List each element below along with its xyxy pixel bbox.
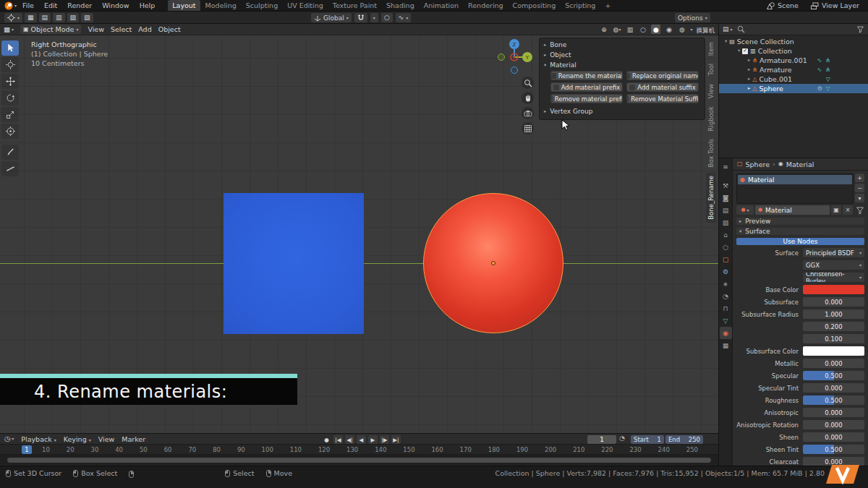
breadcrumb-object[interactable]: Sphere [746, 160, 770, 168]
xray-toggle[interactable]: ▥ [625, 25, 634, 34]
fake-user-button[interactable]: ▣ [831, 205, 841, 215]
section-bone[interactable]: ▸Bone [544, 40, 700, 50]
sheen-field[interactable]: 0.000 [803, 432, 864, 442]
workspace-tab-modeling[interactable]: Modeling [201, 0, 241, 11]
workspace-tab-compositing[interactable]: Compositing [509, 0, 561, 11]
start-frame-field[interactable]: Start1 [631, 435, 664, 444]
mode-dropdown[interactable]: ▣ Object Mode ▾ [20, 25, 81, 34]
surface-section-header[interactable]: ▾ Surface [736, 228, 864, 235]
subsurface-radius-x-field[interactable]: 1.000 [803, 309, 864, 319]
metallic-field[interactable]: 0.000 [803, 359, 864, 368]
anisotropic-field[interactable]: 0.000 [803, 408, 864, 417]
tool-rotate[interactable] [1, 90, 19, 106]
select-mode-icon-1[interactable]: ▦ [25, 13, 37, 22]
npanel-tab-item[interactable]: Item [706, 39, 716, 59]
preview-range-icon[interactable]: ◔ [619, 435, 625, 442]
workspace-tab-rendering[interactable]: Rendering [464, 0, 508, 11]
tool-select-box[interactable] [1, 40, 19, 56]
properties-editor-icon[interactable]: ≡ [720, 160, 732, 173]
armature-data-icon[interactable]: ⋔ [825, 67, 830, 73]
timeline-ruler[interactable]: 1 10203040506070809010011012013014015016… [0, 445, 718, 455]
roughness-field[interactable]: 0.500 [803, 395, 864, 405]
base-color-swatch[interactable] [803, 285, 864, 294]
play-reverse-button[interactable]: ◀ [357, 435, 366, 444]
use-nodes-button[interactable]: Use Nodes [736, 238, 864, 245]
tab-object-data[interactable]: ▽ [720, 314, 732, 327]
tab-view-layer[interactable]: ▧ [720, 216, 732, 228]
tool-scale[interactable] [1, 107, 19, 122]
shading-material-button[interactable]: ◉ [664, 25, 673, 34]
pose-icon[interactable]: ∿ [817, 57, 822, 64]
ortho-grid-icon[interactable] [522, 122, 534, 134]
section-object[interactable]: ▸Object [544, 50, 700, 60]
remove-material-suffix-button[interactable]: Remove Material Suffix [626, 94, 699, 103]
options-dropdown[interactable]: Options ▾ [675, 13, 710, 22]
material-slot-list[interactable]: ● Material [736, 174, 854, 204]
workspace-tab-animation[interactable]: Animation [420, 0, 463, 11]
preview-section-header[interactable]: ▸ Preview [736, 218, 864, 225]
auto-key-button[interactable]: ● [322, 435, 331, 444]
next-keyframe-button[interactable]: |▶ [380, 435, 389, 444]
collapse-icon[interactable]: ▾ [725, 39, 727, 44]
tab-world[interactable]: ○ [720, 241, 732, 253]
section-vertex-group[interactable]: ▸Vertex Group [544, 106, 700, 116]
viewport-3d[interactable]: ▦▾ ▣ Object Mode ▾ View Select Add Objec… [0, 24, 718, 433]
tool-transform[interactable] [1, 124, 19, 139]
filter-icon[interactable] [856, 25, 864, 33]
viewport-menu-select[interactable]: Select [111, 25, 132, 33]
pose-icon[interactable]: ∿ [817, 67, 822, 73]
pan-hand-icon[interactable] [522, 92, 534, 104]
camera-view-icon[interactable] [522, 107, 534, 119]
subsurface-field[interactable]: 0.000 [803, 297, 864, 307]
select-mode-icon-5[interactable]: ▨ [81, 13, 93, 22]
timeline-menu-keying[interactable]: Keying ▾ [64, 435, 91, 443]
viewport-canvas[interactable]: Right Orthographic (1) Collection | Sphe… [0, 36, 718, 433]
expand-icon[interactable]: ▸ [748, 58, 750, 63]
npanel-tab-box-tools[interactable]: Box Tools [706, 136, 716, 170]
tool-annotate[interactable] [1, 145, 19, 160]
active-tool-dropdown[interactable]: ▾ [4, 13, 22, 22]
view-layer-selector[interactable]: View Layer [810, 1, 859, 10]
sheen-tint-field[interactable]: 0.500 [803, 445, 864, 454]
workspace-tab-shading[interactable]: Shading [382, 0, 419, 11]
cube-object[interactable] [224, 193, 364, 334]
workspace-tab-scripting[interactable]: Scripting [561, 0, 600, 11]
tool-move[interactable] [1, 74, 19, 89]
menu-help[interactable]: Help [135, 1, 160, 9]
section-material[interactable]: ▾Material [544, 60, 700, 70]
workspace-tab-layout[interactable]: Layout [168, 0, 200, 11]
expand-icon[interactable]: ▸ [748, 77, 750, 82]
outliner-editor-dropdown[interactable]: ▤▾ [723, 26, 733, 33]
zoom-icon[interactable] [522, 77, 534, 89]
subsurface-radius-z-field[interactable]: 0.100 [803, 334, 864, 343]
collection-checkbox[interactable]: ✓ [742, 48, 748, 54]
sphere-object[interactable] [423, 193, 563, 333]
timeline-menu-marker[interactable]: Marker [122, 435, 145, 443]
play-button[interactable]: ▶ [368, 435, 378, 444]
tab-scene[interactable]: ⌂ [720, 228, 732, 241]
remove-material-prefix-button[interactable]: Remove material prefix [550, 94, 623, 103]
proportional-falloff-dropdown[interactable]: ∿▾ [396, 13, 412, 22]
replace-original-name-button[interactable]: Replace original name [626, 71, 699, 80]
jump-to-end-button[interactable]: ▶| [391, 435, 401, 444]
npanel-tab-bone-rename[interactable]: Bone_Rename [706, 173, 716, 223]
tab-texture[interactable]: ▦ [720, 339, 732, 351]
viewport-menu-object[interactable]: Object [158, 25, 181, 33]
outliner-row-sphere[interactable]: ▸ △ Sphere ⚙▽ [719, 84, 868, 93]
npanel-tab-tool[interactable]: Tool [706, 61, 716, 79]
snap-settings-dropdown[interactable]: ▾ [370, 13, 378, 22]
material-slot-row[interactable]: ● Material [738, 175, 852, 184]
workspace-tab-sculpting[interactable]: Sculpting [242, 0, 282, 11]
timeline-scrollbar[interactable] [0, 455, 718, 465]
add-material-prefix-button[interactable]: Add material prefix [550, 82, 623, 92]
distribution-dropdown[interactable]: GGX▾ [803, 260, 864, 270]
rename-material-button[interactable]: Rename the material [550, 71, 623, 80]
scrollbar-handle[interactable] [7, 458, 711, 463]
tab-output[interactable]: ▤ [720, 204, 732, 216]
jump-to-start-button[interactable]: |◀ [333, 435, 343, 444]
editor-type-dropdown[interactable]: ▦▾ [4, 26, 14, 33]
viewport-menu-add[interactable]: Add [138, 25, 151, 33]
outliner-row-collection[interactable]: ▾ ✓ ▥ Collection [719, 46, 868, 56]
browse-material-button[interactable]: ●▾ [736, 205, 754, 215]
prev-keyframe-button[interactable]: ◀| [345, 435, 354, 444]
